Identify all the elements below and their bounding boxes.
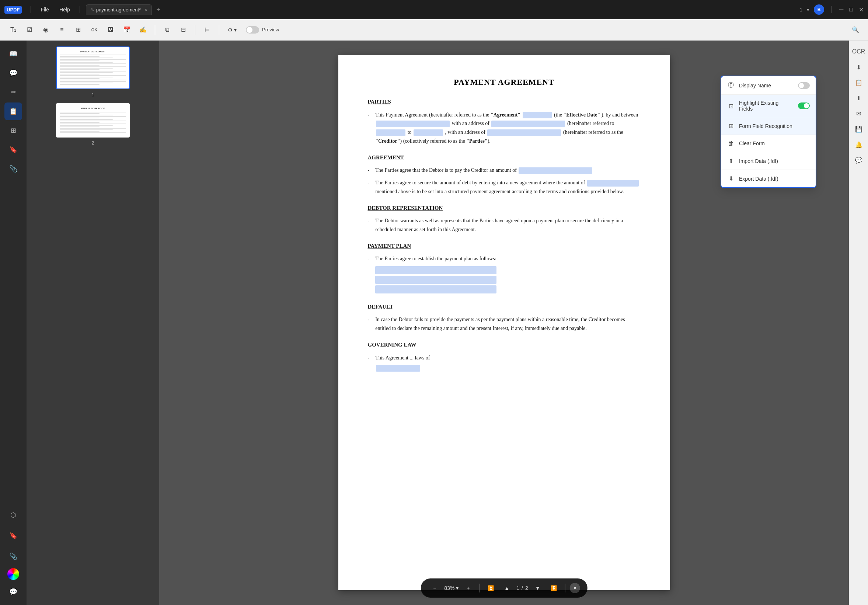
sidebar-icon-comment[interactable]: 💬 <box>5 64 22 82</box>
right-icon-chat[interactable]: 💬 <box>852 154 865 167</box>
first-page-btn[interactable]: ⏫ <box>484 582 497 595</box>
dropdown-import-data[interactable]: ⬆ Import Data (.fdf) <box>721 152 816 170</box>
pdf-field-party1-address[interactable] <box>491 121 565 127</box>
radio-btn[interactable]: ◉ <box>38 22 53 37</box>
thumb-line <box>60 113 99 114</box>
gear-options-btn[interactable]: ⚙ ▾ <box>224 24 241 36</box>
left-sidebar: 📖 💬 ✏ 📋 ⊞ 🔖 📎 ⬡ 🔖 📎 💬 <box>0 40 26 605</box>
pdf-field-party1-ref2[interactable] <box>414 129 443 136</box>
pdf-field-payment1[interactable] <box>375 266 496 274</box>
sidebar-icon-edit[interactable]: ✏ <box>5 83 22 101</box>
right-icon-ocr[interactable]: OCR <box>852 45 865 58</box>
copy-btn[interactable]: ⧉ <box>160 22 174 37</box>
page-count-label: ▾ <box>807 7 809 12</box>
bullet-dash: - <box>368 111 370 146</box>
dropdown-clear-form-label: Clear Form <box>739 140 765 146</box>
right-icon-save[interactable]: 💾 <box>852 123 865 136</box>
thumb-title-1: PAYMENT AGREEMENT <box>60 50 126 53</box>
right-icon-clipboard[interactable]: 📋 <box>852 76 865 89</box>
pdf-field-payment2[interactable] <box>375 276 496 284</box>
pdf-doc-title: PAYMENT AGREEMENT <box>368 78 640 87</box>
dropdown-export-data[interactable]: ⬇ Export Data (.fdf) <box>721 170 816 187</box>
signature-btn[interactable]: ✍ <box>136 22 150 37</box>
ok-btn[interactable]: OK <box>87 22 102 37</box>
close-btn[interactable]: ✕ <box>859 6 863 13</box>
preview-toggle-switch[interactable] <box>246 26 259 34</box>
sidebar-colorful-icon[interactable] <box>7 568 19 580</box>
display-name-toggle[interactable] <box>798 82 810 89</box>
pdf-field-effective-date[interactable] <box>522 112 552 118</box>
sidebar-icon-bookmark[interactable]: 🔖 <box>5 141 22 158</box>
menu-help[interactable]: Help <box>56 5 74 14</box>
pdf-field-payment3[interactable] <box>375 285 496 293</box>
sidebar-icon-organize[interactable]: ⊞ <box>5 122 22 140</box>
pdf-field-party2-address[interactable] <box>487 129 561 136</box>
list-btn[interactable]: ≡ <box>54 22 69 37</box>
last-page-btn[interactable]: ⏬ <box>547 582 561 595</box>
tab-close-icon[interactable]: × <box>144 8 147 12</box>
date-btn[interactable]: 📅 <box>119 22 134 37</box>
pdf-page: PAYMENT AGREEMENT PARTIES - This Payment… <box>338 55 670 590</box>
dropdown-highlight-fields[interactable]: ⊡ Highlight Existing Fields <box>721 95 816 117</box>
align-btn[interactable]: ⊨ <box>200 22 214 37</box>
parties-text4: with an address of <box>452 121 491 126</box>
right-icon-mail[interactable]: ✉ <box>852 107 865 120</box>
zoom-in-btn[interactable]: + <box>462 582 475 595</box>
titlebar-divider3 <box>831 6 832 13</box>
preview-toggle: Preview <box>246 26 279 34</box>
dropdown-clear-form[interactable]: 🗑 Clear Form <box>721 135 816 152</box>
user-avatar[interactable]: B <box>814 5 824 15</box>
thumb-line <box>60 59 126 60</box>
tab-payment-agreement[interactable]: ✎ payment-agreement* × <box>86 5 152 15</box>
image-btn[interactable]: 🖼 <box>103 22 118 37</box>
checkbox-btn[interactable]: ☑ <box>22 22 37 37</box>
thumbnail-2[interactable]: MAKE IT WORK BOOK <box>31 103 155 145</box>
parties-text6: to <box>408 129 412 135</box>
table-btn[interactable]: ⊞ <box>71 22 85 37</box>
bullet-dash7: - <box>368 354 370 373</box>
right-icon-bell[interactable]: 🔔 <box>852 138 865 151</box>
tab-edit-icon: ✎ <box>91 8 94 12</box>
pdf-field-state[interactable] <box>376 365 420 372</box>
nav-close-btn[interactable]: × <box>570 583 580 593</box>
sidebar-icon-attachment[interactable]: 📎 <box>5 160 22 178</box>
zoom-dropdown-icon[interactable]: ▾ <box>456 585 459 591</box>
thumbnail-1[interactable]: PAYMENT AGREEMENT <box>31 47 155 97</box>
sidebar-icon-clip[interactable]: 📎 <box>5 548 22 565</box>
titlebar: UPDF File Help ✎ payment-agreement* × + … <box>0 0 868 19</box>
dropdown-import-label: Import Data (.fdf) <box>739 158 778 164</box>
dropdown-display-name[interactable]: Ⓣ Display Name <box>721 76 816 95</box>
thumb-line <box>60 65 99 66</box>
menu-file[interactable]: File <box>37 5 53 14</box>
sidebar-icon-form[interactable]: 📋 <box>5 102 22 120</box>
search-btn[interactable]: 🔍 <box>849 23 862 37</box>
parties-bold2: "Effective Date" <box>563 112 600 118</box>
right-icon-upload[interactable]: ⬆ <box>852 92 865 105</box>
window-controls: ─ □ ✕ <box>839 6 863 13</box>
pdf-field-party1-name[interactable] <box>376 121 450 127</box>
highlight-fields-toggle[interactable] <box>798 102 810 109</box>
prev-page-btn[interactable]: ▲ <box>500 582 513 595</box>
pdf-field-amount2[interactable] <box>587 180 639 186</box>
dropdown-form-field-recognition[interactable]: ⊞ Form Field Recognition <box>721 117 816 135</box>
sidebar-icon-layers[interactable]: ⬡ <box>5 506 22 524</box>
right-icon-download[interactable]: ⬇ <box>852 60 865 74</box>
thumb-line <box>60 84 99 85</box>
sidebar-icon-chat[interactable]: 💬 <box>5 583 22 600</box>
zoom-out-btn[interactable]: − <box>428 582 441 595</box>
pdf-section-parties: PARTIES <box>368 97 640 107</box>
multi-btn[interactable]: ⊟ <box>176 22 191 37</box>
app-logo: UPDF <box>5 6 22 14</box>
minimize-btn[interactable]: ─ <box>839 6 843 13</box>
text-field-btn[interactable]: T₁ <box>6 22 21 37</box>
next-page-btn[interactable]: ▼ <box>531 582 544 595</box>
sidebar-icon-reader[interactable]: 📖 <box>5 45 22 63</box>
thumbnail-panel: PAYMENT AGREEMENT <box>26 40 159 605</box>
maximize-btn[interactable]: □ <box>849 6 853 13</box>
dropdown-panel: Ⓣ Display Name ⊡ Highlight Existing Fiel… <box>721 76 817 188</box>
new-tab-button[interactable]: + <box>153 5 163 15</box>
pdf-field-debtor-ref[interactable] <box>376 129 405 136</box>
pdf-field-amount[interactable] <box>519 168 592 174</box>
sidebar-icon-bookmark2[interactable]: 🔖 <box>5 527 22 544</box>
pdf-area[interactable]: PAYMENT AGREEMENT PARTIES - This Payment… <box>159 40 849 605</box>
